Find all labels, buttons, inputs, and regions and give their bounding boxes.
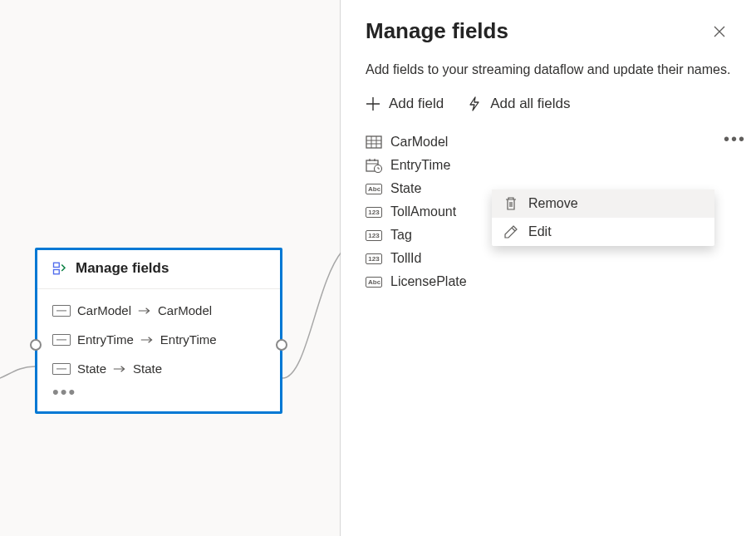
- mapping-from: State: [77, 361, 106, 376]
- mapping-row[interactable]: CarModel CarModel: [37, 296, 280, 325]
- number-type-icon: 123: [366, 205, 382, 219]
- field-item[interactable]: 123 TollId: [366, 247, 731, 270]
- node-manage-fields[interactable]: Manage fields CarModel CarModel EntryTim…: [35, 248, 282, 414]
- canvas: Manage fields CarModel CarModel EntryTim…: [0, 0, 341, 536]
- datetime-icon: [366, 159, 382, 172]
- mapping-row[interactable]: State State: [37, 354, 280, 383]
- arrow-right-icon: [140, 335, 154, 345]
- column-icon: [52, 305, 71, 317]
- port-out[interactable]: [276, 339, 287, 351]
- field-name: State: [390, 181, 421, 196]
- arrow-right-icon: [113, 364, 126, 374]
- field-name: TollAmount: [390, 204, 456, 219]
- field-name: CarModel: [390, 135, 448, 150]
- mapping-to: CarModel: [158, 303, 212, 317]
- add-field-button[interactable]: Add field: [366, 96, 444, 112]
- wire-in: [0, 361, 40, 386]
- node-body: CarModel CarModel EntryTime EntryTime St…: [37, 289, 280, 411]
- ctx-remove-label: Remove: [528, 196, 578, 211]
- mapping-from: EntryTime: [77, 332, 134, 347]
- field-item[interactable]: Abc LicensePlate: [366, 270, 731, 293]
- manage-fields-panel: Manage fields Add fields to your streami…: [341, 0, 756, 536]
- field-name: TollId: [390, 251, 421, 266]
- table-icon: [366, 135, 382, 149]
- mapping-more-button[interactable]: •••: [37, 383, 280, 405]
- close-button[interactable]: [708, 20, 731, 46]
- arrow-right-icon: [138, 306, 151, 316]
- add-all-fields-button[interactable]: Add all fields: [467, 96, 570, 112]
- node-title: Manage fields: [76, 260, 169, 277]
- context-menu: Remove Edit: [492, 189, 714, 246]
- text-type-icon: Abc: [366, 275, 382, 288]
- text-type-icon: Abc: [366, 182, 382, 195]
- trash-icon: [503, 196, 518, 211]
- ctx-edit-label: Edit: [528, 224, 552, 239]
- svg-rect-0: [54, 263, 60, 267]
- manage-fields-icon: [52, 261, 67, 276]
- mapping-from: CarModel: [77, 303, 131, 317]
- column-icon: [52, 334, 71, 346]
- number-type-icon: 123: [366, 229, 382, 242]
- close-icon: [713, 25, 726, 38]
- field-item[interactable]: CarModel •••: [366, 130, 731, 154]
- plus-icon: [366, 96, 380, 111]
- panel-title: Manage fields: [366, 18, 508, 44]
- port-in[interactable]: [30, 339, 42, 351]
- node-header: Manage fields: [37, 250, 280, 289]
- field-name: Tag: [390, 228, 412, 243]
- field-name: EntryTime: [390, 158, 450, 173]
- field-more-button[interactable]: •••: [724, 135, 746, 142]
- column-icon: [52, 363, 71, 375]
- svg-rect-1: [54, 270, 60, 274]
- field-item[interactable]: EntryTime: [366, 154, 731, 177]
- wire-out: [282, 249, 349, 382]
- mapping-to: EntryTime: [160, 332, 217, 347]
- number-type-icon: 123: [366, 252, 382, 265]
- ctx-edit-button[interactable]: Edit: [492, 218, 714, 246]
- ctx-remove-button[interactable]: Remove: [492, 189, 714, 218]
- lightning-icon: [467, 96, 482, 111]
- mapping-row[interactable]: EntryTime EntryTime: [37, 325, 280, 354]
- pencil-icon: [503, 224, 518, 239]
- svg-rect-2: [366, 136, 381, 148]
- add-all-label: Add all fields: [490, 96, 570, 112]
- mapping-to: State: [133, 361, 162, 376]
- field-name: LicensePlate: [390, 274, 467, 289]
- add-field-label: Add field: [389, 96, 444, 112]
- panel-description: Add fields to your streaming dataflow an…: [366, 61, 731, 79]
